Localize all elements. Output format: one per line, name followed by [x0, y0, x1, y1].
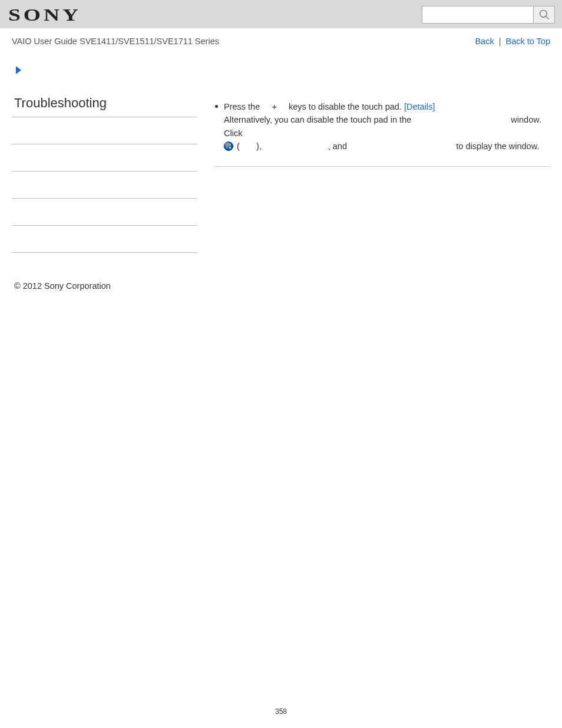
- text-fragment: [279, 102, 286, 111]
- search-wrap: [422, 6, 555, 24]
- bullet-text: Press the + keys to disable the touch pa…: [224, 100, 550, 153]
- sidebar: Troubleshooting: [12, 83, 197, 253]
- sidebar-item[interactable]: [12, 199, 197, 226]
- text-fragment: [262, 102, 269, 111]
- breadcrumb-arrow-row: [0, 52, 562, 83]
- guide-title: VAIO User Guide SVE1411/SVE1511/SVE1711 …: [12, 37, 219, 46]
- sidebar-item[interactable]: [12, 117, 197, 144]
- magnifier-icon: [538, 9, 550, 21]
- sony-logo: SONY: [8, 5, 81, 25]
- text-fragment: Alternatively, you can disable the touch…: [224, 115, 414, 124]
- sidebar-item[interactable]: [12, 172, 197, 199]
- subheader-bar: VAIO User Guide SVE1411/SVE1511/SVE1711 …: [0, 28, 562, 52]
- back-link[interactable]: Back: [475, 37, 494, 46]
- text-fragment: [414, 115, 508, 124]
- text-fragment: [240, 141, 256, 151]
- text-fragment: +: [269, 102, 279, 111]
- text-fragment: Press the: [224, 102, 262, 111]
- main-content: Press the + keys to disable the touch pa…: [197, 83, 550, 253]
- sidebar-item[interactable]: [12, 144, 197, 172]
- svg-line-1: [546, 17, 548, 19]
- details-link[interactable]: [Details]: [404, 102, 435, 111]
- text-fragment: ),: [256, 141, 264, 151]
- windows-start-icon: [224, 141, 233, 151]
- copyright-text: © 2012 Sony Corporation: [0, 253, 562, 291]
- sidebar-heading: Troubleshooting: [12, 95, 197, 117]
- back-to-top-link[interactable]: Back to Top: [505, 37, 550, 46]
- search-input[interactable]: [422, 6, 534, 24]
- bullet-icon: [215, 105, 218, 108]
- text-fragment: [264, 141, 328, 151]
- content-divider: [214, 166, 550, 167]
- text-fragment: [349, 141, 454, 151]
- bullet-item: Press the + keys to disable the touch pa…: [214, 100, 550, 153]
- svg-point-0: [540, 11, 547, 18]
- search-button[interactable]: [534, 6, 555, 24]
- separator-text: |: [497, 37, 504, 46]
- chevron-right-icon: [14, 65, 25, 75]
- sidebar-item[interactable]: [12, 226, 197, 253]
- page-number: 358: [0, 707, 562, 716]
- text-fragment: to display the window.: [454, 141, 539, 151]
- top-nav-links: Back | Back to Top: [475, 37, 550, 46]
- header-bar: SONY: [0, 0, 562, 28]
- text-fragment: , and: [328, 141, 349, 151]
- text-fragment: keys to disable the touch pad.: [286, 102, 404, 111]
